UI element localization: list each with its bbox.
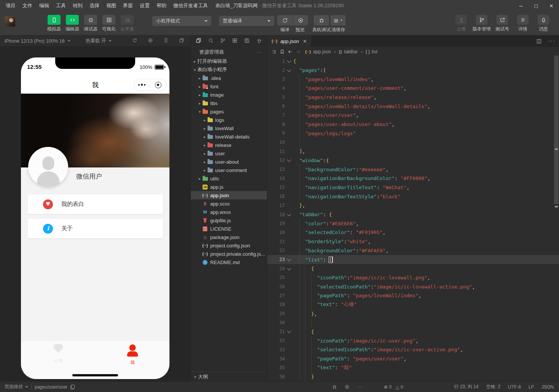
avatar[interactable] (28, 147, 68, 187)
tree-item-LICENSE[interactable]: LICENSE (191, 225, 267, 233)
miniprogram-mode-dropdown[interactable]: 小程序模式 (152, 16, 211, 26)
tree-item-project.config.json[interactable]: {··}project.config.json (191, 241, 267, 250)
teapot-button[interactable] (256, 38, 262, 45)
more-menu-button[interactable] (134, 79, 150, 91)
phone-tab-me[interactable]: 我 (110, 344, 155, 365)
refresh-button[interactable] (277, 15, 292, 25)
device-selector[interactable]: iPhone 12/13 (Pro) 100% 16 (5, 38, 70, 44)
search-button[interactable] (208, 38, 214, 45)
bug-button[interactable] (314, 15, 329, 25)
split-editor-icon[interactable] (536, 38, 542, 44)
tab-app-json[interactable]: {··} app.json ✕ (267, 35, 311, 47)
hot-reload-toggle[interactable]: 热重载 开 (86, 38, 112, 44)
outline-section[interactable]: ▸ 大纲 (191, 371, 267, 381)
tree-item-loveWall[interactable]: ▸loveWall (191, 124, 267, 132)
branch-button[interactable] (476, 15, 487, 25)
breadcrumb-item-tabBar[interactable]: {}tabBar (339, 49, 358, 54)
details-button[interactable] (517, 15, 529, 25)
phone-tab-lovewall[interactable]: 心墙 (35, 344, 81, 363)
editor-more-actions-icon[interactable]: ··· (548, 38, 555, 45)
menubar-item-8[interactable]: 设置 (136, 0, 153, 11)
tree-item-utils[interactable]: ▸utils (191, 174, 267, 183)
menubar-item-5[interactable]: 选择 (86, 0, 103, 11)
menubar-item-0[interactable]: 项目 (2, 0, 19, 11)
bookmark-icon[interactable] (280, 49, 285, 54)
fold-toggle[interactable] (285, 213, 293, 216)
windows-button[interactable] (179, 38, 184, 44)
problems-indicator[interactable]: ⊗0 △0 (384, 384, 403, 390)
forward-arrow-icon[interactable] (295, 49, 301, 54)
tree-item-README.md[interactable]: iREADME.md (191, 258, 267, 266)
fold-toggle[interactable] (285, 60, 293, 63)
tree-item-user-about[interactable]: ▸user-about (191, 158, 267, 166)
tree-item-app.json[interactable]: {··}app.json (191, 191, 267, 199)
breadcrumb-item-app.json[interactable]: {··}app.json (305, 49, 331, 54)
language-indicator[interactable]: JSON (541, 384, 554, 390)
back-arrow-icon[interactable] (287, 49, 293, 54)
tree-item-font[interactable]: ▸Afont (191, 82, 267, 91)
close-button[interactable]: ✕ (544, 0, 559, 11)
tree-item-release[interactable]: ▸release (191, 141, 267, 149)
tree-item-image[interactable]: ▸image (191, 91, 267, 99)
menubar-item-1[interactable]: 文件 (19, 0, 36, 11)
cloud-button[interactable] (121, 15, 134, 25)
tree-item-loveWall-details[interactable]: ▸loveWall-details (191, 132, 267, 141)
tree-item-app.wxss[interactable]: Wapp.wxss (191, 208, 267, 216)
statusbar-more-icon[interactable]: ··· (357, 384, 363, 390)
breadcrumb-item-list[interactable]: [ ]list (366, 49, 377, 54)
eye-icon[interactable] (345, 384, 350, 389)
code-editor[interactable]: 1{2 "pages":[3 "pages/loveWall/index",4 … (267, 57, 559, 381)
outline-list-icon[interactable] (272, 49, 277, 54)
cursor-position[interactable]: 行 23, 列 14 (454, 384, 479, 390)
files-button[interactable] (196, 38, 201, 45)
fold-toggle[interactable] (285, 159, 293, 162)
tree-item-package.json[interactable]: ◇package.json (191, 233, 267, 241)
menubar-item-3[interactable]: 工具 (53, 0, 69, 11)
page-path-selector[interactable]: 页面路径 (5, 384, 28, 390)
record-button[interactable] (148, 38, 153, 44)
bell-button[interactable] (538, 15, 549, 25)
tree-item-user-comment[interactable]: ▸user-comment (191, 166, 267, 174)
tree-item-app.scss[interactable]: Sapp.scss (191, 199, 267, 208)
tree-item-.idea[interactable]: ▸.idea (191, 74, 267, 82)
layers-button[interactable] (331, 15, 346, 25)
indentation-indicator[interactable]: 空格: 2 (486, 384, 500, 390)
menubar-item-6[interactable]: 视图 (103, 0, 120, 11)
copy-icon[interactable] (70, 385, 75, 389)
menubar-item-4[interactable]: 转到 (69, 0, 86, 11)
grid-button[interactable] (102, 15, 115, 25)
external-button[interactable] (497, 15, 508, 25)
fold-toggle[interactable] (285, 330, 293, 333)
save-button[interactable] (244, 38, 250, 45)
fold-toggle[interactable] (285, 267, 293, 270)
more-actions-icon[interactable]: ··· (256, 49, 262, 55)
encoding-indicator[interactable]: UTF-8 (508, 384, 521, 390)
tree-item-app.js[interactable]: JSapp.js (191, 183, 267, 191)
eol-indicator[interactable]: LF (529, 384, 534, 390)
close-tab-icon[interactable]: ✕ (303, 38, 307, 44)
tree-item-gulpfile.js[interactable]: gulpfile.js (191, 216, 267, 225)
phone-button[interactable] (48, 15, 61, 25)
menubar-item-7[interactable]: 界面 (120, 0, 136, 11)
tree-item-logs[interactable]: ▸logs (191, 116, 267, 124)
rotate-button[interactable] (132, 38, 137, 44)
maximize-button[interactable]: ◻ (529, 0, 544, 11)
profile-menu-item-0[interactable]: 我的表白 (28, 194, 163, 214)
fold-toggle[interactable] (285, 69, 293, 72)
menubar-item-10[interactable]: 微信开发者工具 (170, 0, 211, 11)
exit-miniprogram-button[interactable] (150, 79, 166, 91)
compile-mode-dropdown[interactable]: 普通编译 (219, 16, 274, 26)
debug-button[interactable] (84, 15, 97, 25)
tree-item-libs[interactable]: ▸libs (191, 99, 267, 107)
fold-toggle[interactable] (285, 258, 293, 261)
menubar-item-9[interactable]: 帮助 (153, 0, 170, 11)
menubar-item-2[interactable]: 编辑 (36, 0, 53, 11)
grid2-button[interactable] (232, 38, 238, 45)
tree-item-project.private.config.js...[interactable]: {··}project.private.config.js... (191, 250, 267, 258)
upload-button[interactable] (455, 15, 467, 25)
profile-menu-item-1[interactable]: i关于 (28, 219, 163, 238)
tree-item-pages[interactable]: ▾pages (191, 107, 267, 116)
minimize-button[interactable]: ─ (513, 0, 529, 11)
bug-icon[interactable] (332, 384, 337, 389)
editor-scrollbar[interactable] (554, 56, 559, 204)
